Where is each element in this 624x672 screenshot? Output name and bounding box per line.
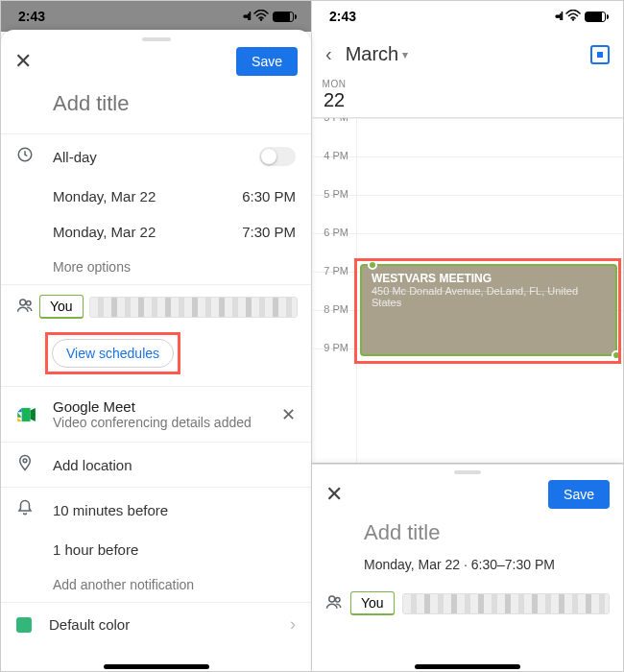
month-picker[interactable]: March ▾ xyxy=(346,43,409,65)
back-icon[interactable]: ‹ xyxy=(325,43,332,65)
close-icon[interactable]: ✕ xyxy=(14,49,32,74)
people-icon xyxy=(14,297,34,318)
location-row[interactable]: Add location xyxy=(1,443,311,487)
day-header: MON 22 xyxy=(312,73,623,118)
svg-point-8 xyxy=(336,597,341,602)
google-meet-row[interactable]: Google Meet Video conferencing details a… xyxy=(1,387,311,442)
cellular-icon: ••ıl xyxy=(243,10,250,23)
meet-content: Google Meet Video conferencing details a… xyxy=(53,398,264,430)
month-label: March xyxy=(346,43,399,65)
people-icon xyxy=(325,593,343,614)
start-time-row[interactable]: Monday, Mar 22 6:30 PM xyxy=(1,179,311,214)
allday-toggle[interactable] xyxy=(259,147,296,166)
more-options-label: More options xyxy=(53,259,131,275)
hour-label: 7 PM xyxy=(312,265,354,276)
people-row: You xyxy=(312,586,623,615)
event-resize-handle-top[interactable] xyxy=(368,260,377,270)
end-time-row[interactable]: Monday, Mar 22 7:30 PM xyxy=(1,214,311,250)
people-row: You xyxy=(1,285,311,326)
event-title: WESTVARS MEETING xyxy=(372,272,606,285)
chevron-down-icon: ▾ xyxy=(402,48,408,61)
save-button[interactable]: Save xyxy=(236,47,298,76)
calendar-day-pane: 2:43 ••ıl ‹ March ▾ MON 22 3 PM 4 PM 5 P… xyxy=(312,1,623,672)
status-icons: ••ıl xyxy=(555,9,606,24)
color-row[interactable]: Default color › xyxy=(1,603,311,646)
hour-label: 8 PM xyxy=(312,303,354,315)
end-time: 7:30 PM xyxy=(242,224,296,240)
calendar-header: ‹ March ▾ xyxy=(312,32,623,73)
notification-row-1[interactable]: 10 minutes before xyxy=(1,488,311,532)
hour-label: 3 PM xyxy=(312,118,354,123)
google-meet-icon xyxy=(16,407,36,422)
status-icons: ••ıl xyxy=(243,9,294,24)
event-resize-handle-bottom[interactable] xyxy=(612,350,621,360)
create-event-sheet: ✕ Save All-day Monday, Mar 22 6:30 PM Mo… xyxy=(1,30,311,672)
status-time: 2:43 xyxy=(18,9,45,24)
start-date: Monday, Mar 22 xyxy=(53,188,156,204)
meet-subtitle: Video conferencing details added xyxy=(53,415,264,430)
wifi-icon xyxy=(565,9,581,24)
guest-redacted xyxy=(89,297,298,318)
battery-icon xyxy=(585,12,606,22)
you-chip[interactable]: You xyxy=(39,295,84,319)
close-icon[interactable]: ✕ xyxy=(325,482,343,507)
svg-point-5 xyxy=(23,459,27,463)
home-indicator xyxy=(415,664,520,669)
hour-label: 6 PM xyxy=(312,227,354,238)
add-location-label: Add location xyxy=(53,457,296,473)
status-time: 2:43 xyxy=(329,9,356,24)
you-chip[interactable]: You xyxy=(350,591,395,615)
save-button[interactable]: Save xyxy=(548,480,610,509)
start-time: 6:30 PM xyxy=(242,188,296,204)
clock-icon xyxy=(16,146,36,167)
day-number: 22 xyxy=(312,89,356,111)
event-time-summary[interactable]: Monday, Mar 22 · 6:30–7:30 PM xyxy=(312,553,623,586)
end-date: Monday, Mar 22 xyxy=(53,224,156,240)
hour-label: 5 PM xyxy=(312,188,354,200)
sheet-grabber[interactable] xyxy=(454,470,481,474)
view-schedules-highlight: View schedules xyxy=(45,332,180,374)
pin-icon xyxy=(16,454,36,475)
notif-add-label: Add another notification xyxy=(53,577,194,592)
calendar-event[interactable]: WESTVARS MEETING 450 Mc Donald Avenue, D… xyxy=(360,264,617,356)
event-title-input[interactable] xyxy=(53,91,296,116)
notification-row-2[interactable]: 1 hour before xyxy=(1,532,311,567)
sheet-grabber[interactable] xyxy=(142,37,171,41)
svg-point-2 xyxy=(20,300,26,305)
color-swatch-icon xyxy=(16,617,32,633)
remove-meet-icon[interactable]: ✕ xyxy=(281,404,296,425)
svg-point-3 xyxy=(27,300,32,305)
notif2-label: 1 hour before xyxy=(53,541,138,558)
mini-event-sheet: ✕ Save Add title Monday, Mar 22 · 6:30–7… xyxy=(312,464,623,672)
home-indicator xyxy=(104,664,209,669)
event-create-pane: 2:43 ••ıl ✕ Save All-day Monday, Mar 22 xyxy=(1,1,312,672)
add-notification-row[interactable]: Add another notification xyxy=(1,567,311,602)
event-title-input[interactable]: Add title xyxy=(312,516,623,553)
hour-label: 9 PM xyxy=(312,342,354,353)
guest-redacted xyxy=(402,593,610,614)
status-bar: 2:43 ••ıl xyxy=(1,1,311,32)
svg-point-6 xyxy=(572,18,574,20)
chevron-right-icon: › xyxy=(290,614,296,635)
view-schedules-button[interactable]: View schedules xyxy=(52,339,174,368)
event-location: 450 Mc Donald Avenue, DeLand, FL, United… xyxy=(372,285,606,308)
notif1-label: 10 minutes before xyxy=(53,502,296,518)
default-color-label: Default color xyxy=(49,616,273,633)
svg-point-0 xyxy=(260,18,262,20)
hours-grid[interactable]: 3 PM 4 PM 5 PM 6 PM 7 PM 8 PM 9 PM WESTV… xyxy=(312,118,623,464)
status-bar-right: 2:43 ••ıl xyxy=(312,1,623,32)
bell-icon xyxy=(16,499,36,520)
day-of-week: MON xyxy=(312,79,356,89)
wifi-icon xyxy=(253,9,269,24)
allday-row[interactable]: All-day xyxy=(1,134,311,179)
today-icon[interactable] xyxy=(590,45,610,64)
more-options-row[interactable]: More options xyxy=(1,250,311,284)
cellular-icon: ••ıl xyxy=(555,10,562,23)
battery-icon xyxy=(273,12,294,22)
svg-point-7 xyxy=(329,596,335,602)
hour-label: 4 PM xyxy=(312,150,354,161)
allday-label: All-day xyxy=(53,149,242,165)
meet-title: Google Meet xyxy=(53,398,264,415)
